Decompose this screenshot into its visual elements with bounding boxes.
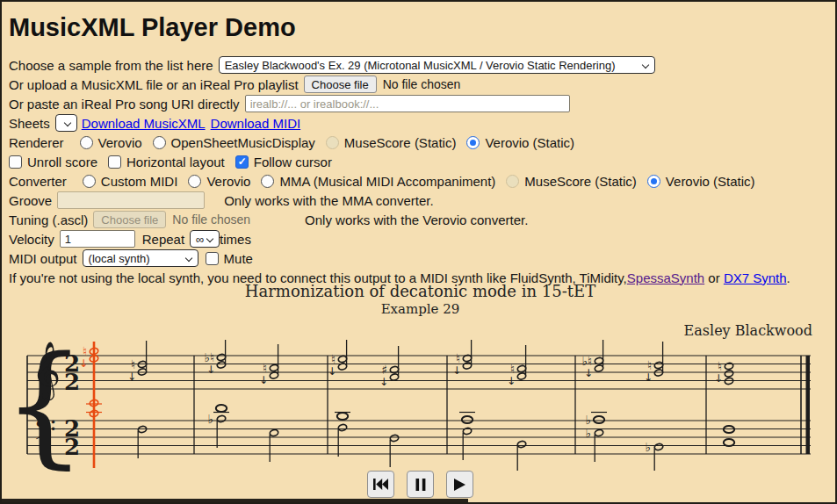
converter-option-musescore-static[interactable]: MuseScore (Static) <box>506 174 637 189</box>
pause-button[interactable] <box>407 471 434 498</box>
tuning-note: Only works with the Verovio converter. <box>305 212 528 227</box>
midi-output-select-value: (local synth) <box>89 252 150 265</box>
chevron-down-icon <box>641 61 648 68</box>
repeat-select[interactable]: ∞ <box>190 230 220 248</box>
radio-label: MuseScore (Static) <box>524 174 637 189</box>
midi-output-row: MIDI output (local synth) Mute <box>9 249 835 267</box>
midi-output-label: MIDI output <box>9 251 77 266</box>
svg-text:↓: ↓ <box>584 367 593 379</box>
renderer-label: Renderer <box>9 135 64 150</box>
checkbox-label: Horizontal layout <box>126 155 225 169</box>
radio-label: Custom MIDI <box>101 174 178 189</box>
radio-icon <box>153 136 166 149</box>
checkbox-icon <box>108 155 121 169</box>
svg-text:↓: ↓ <box>79 357 88 370</box>
checkbox-option-horizontal-layout[interactable]: Horizontal layout <box>108 155 225 169</box>
checkbox-option-follow-cursor[interactable]: Follow cursor <box>235 155 332 169</box>
svg-text:♮: ♮ <box>331 352 336 366</box>
score-section: Harmonization of decatonic mode in 15-tE… <box>2 275 837 504</box>
converter-option-verovio[interactable]: Verovio <box>188 174 250 189</box>
sheets-label: Sheets <box>9 116 50 131</box>
midi-output-select[interactable]: (local synth) <box>83 249 198 267</box>
converter-options: Custom MIDIVerovioMMA (Musical MIDI Acco… <box>72 174 755 189</box>
uri-row: Or paste an iReal Pro song URI directly <box>9 95 835 112</box>
footer-strip <box>2 499 468 502</box>
velocity-label: Velocity <box>9 232 54 247</box>
mute-label: Mute <box>224 251 253 266</box>
velocity-row: Velocity Repeat ∞ times <box>9 230 835 248</box>
upload-row: Or upload a MusicXML file or an iReal Pr… <box>9 76 835 93</box>
svg-text:♮: ♮ <box>131 357 135 371</box>
tuning-row: Tuning (.ascl) Choose file No file chose… <box>9 211 835 228</box>
checkbox-option-unroll-score[interactable]: Unroll score <box>9 155 97 169</box>
converter-label: Converter <box>9 174 67 189</box>
renderer-row: Renderer VerovioOpenSheetMusicDisplayMus… <box>9 133 835 151</box>
mute-checkbox[interactable] <box>206 252 219 265</box>
ireal-uri-input[interactable] <box>245 95 570 112</box>
repeat-select-value: ∞ <box>196 233 204 246</box>
svg-text:♭♮: ♭♮ <box>204 350 214 364</box>
svg-text:♭: ♭ <box>645 440 651 454</box>
rewind-button[interactable] <box>367 471 394 498</box>
svg-text:↓: ↓ <box>507 375 516 387</box>
radio-label: MMA (Musical MIDI Accompaniment) <box>279 174 495 189</box>
svg-text:↓: ↓ <box>127 371 136 383</box>
renderer-option-verovio[interactable]: Verovio <box>80 135 142 150</box>
sheets-select[interactable] <box>55 114 77 132</box>
svg-text:2: 2 <box>64 434 80 460</box>
radio-label: OpenSheetMusicDisplay <box>171 135 315 150</box>
checkbox-icon <box>9 155 22 169</box>
svg-text:↓: ↓ <box>259 374 268 386</box>
chevron-down-icon <box>63 119 70 126</box>
svg-text:♮: ♮ <box>456 351 460 365</box>
radio-icon <box>261 175 274 188</box>
svg-text:↓: ↓ <box>206 364 215 376</box>
svg-text:2: 2 <box>64 369 80 395</box>
download-midi-link[interactable]: Download MIDI <box>211 116 301 131</box>
uri-label: Or paste an iReal Pro song URI directly <box>9 97 240 112</box>
upload-label: Or upload a MusicXML file or an iReal Pr… <box>9 77 299 92</box>
renderer-option-opensheetmusicdisplay[interactable]: OpenSheetMusicDisplay <box>153 135 315 150</box>
checkbox-label: Unroll score <box>27 155 97 169</box>
svg-text:♯: ♯ <box>381 363 387 377</box>
tuning-choose-file-button: Choose file <box>93 211 166 228</box>
svg-text:𝄞: 𝄞 <box>32 341 61 401</box>
sheets-row: Sheets Download MusicXML Download MIDI <box>9 114 835 132</box>
times-label: times <box>220 232 251 247</box>
renderer-options: VerovioOpenSheetMusicDisplayMuseScore (S… <box>69 135 575 150</box>
svg-text:↓: ↓ <box>452 364 461 377</box>
play-button[interactable] <box>446 471 473 498</box>
upload-choose-file-button[interactable]: Choose file <box>304 76 377 93</box>
svg-text:♮: ♮ <box>263 361 267 375</box>
sample-label: Choose a sample from the list here <box>9 58 213 73</box>
radio-label: Verovio (Static) <box>666 174 755 189</box>
svg-text:↓: ↓ <box>328 365 336 378</box>
page-title: MusicXML Player Demo <box>9 13 835 42</box>
layout-options: Unroll scoreHorizontal layoutFollow curs… <box>0 155 332 169</box>
groove-row: Groove Only works with the MMA converter… <box>9 191 835 209</box>
converter-option-verovio-static[interactable]: Verovio (Static) <box>647 174 755 189</box>
converter-option-mma-musical-midi-accompaniment[interactable]: MMA (Musical MIDI Accompaniment) <box>261 174 495 189</box>
converter-option-custom-midi[interactable]: Custom MIDI <box>83 174 178 189</box>
download-musicxml-link[interactable]: Download MusicXML <box>82 116 206 131</box>
radio-label: MuseScore (Static) <box>344 135 457 150</box>
radio-icon <box>80 136 93 149</box>
tuning-label: Tuning (.ascl) <box>9 212 88 227</box>
radio-label: Verovio (Static) <box>485 135 574 150</box>
svg-text:♭♮: ♭♮ <box>581 354 592 368</box>
repeat-label: Repeat <box>142 232 184 247</box>
play-icon <box>454 479 465 491</box>
renderer-option-musescore-static[interactable]: MuseScore (Static) <box>326 135 457 150</box>
svg-text:♮: ♮ <box>83 344 87 358</box>
tuning-file-status: No file chosen <box>172 212 250 227</box>
sample-select[interactable]: Easley Blackwood's Ex. 29 (Microtonal Mu… <box>219 56 655 74</box>
svg-text:↓: ↓ <box>644 371 653 384</box>
svg-text:♮: ♮ <box>510 362 515 376</box>
renderer-option-verovio-static[interactable]: Verovio (Static) <box>466 135 574 150</box>
chevron-down-icon <box>206 235 213 242</box>
radio-icon <box>188 175 201 188</box>
velocity-input[interactable] <box>60 230 135 248</box>
chevron-down-icon <box>184 255 191 262</box>
radio-icon <box>83 175 96 188</box>
sample-select-value: Easley Blackwood's Ex. 29 (Microtonal Mu… <box>225 59 616 72</box>
